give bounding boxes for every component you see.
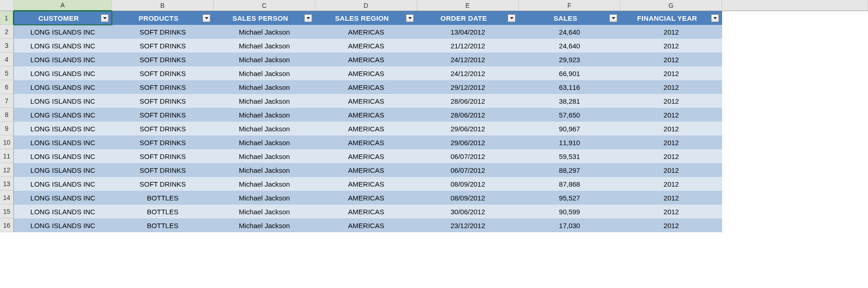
cell-financial_year[interactable]: 2012 bbox=[620, 53, 722, 66]
row-header-12[interactable]: 12 bbox=[0, 163, 14, 177]
cell-financial_year[interactable]: 2012 bbox=[620, 218, 722, 232]
select-all-corner[interactable] bbox=[0, 0, 14, 11]
cell-sales[interactable]: 66,901 bbox=[519, 66, 620, 80]
row-header-14[interactable]: 14 bbox=[0, 191, 14, 205]
cell-products[interactable]: SOFT DRINKS bbox=[112, 163, 214, 177]
cell-order_date[interactable]: 21/12/2012 bbox=[417, 39, 519, 53]
cell-customer[interactable]: LONG ISLANDS INC bbox=[14, 122, 112, 135]
cell-sales_region[interactable]: AMERICAS bbox=[315, 163, 417, 177]
cell-order_date[interactable]: 06/07/2012 bbox=[417, 163, 519, 177]
cell-sales[interactable]: 59,531 bbox=[519, 149, 620, 163]
cell-financial_year[interactable]: 2012 bbox=[620, 122, 722, 135]
cell-sales_person[interactable]: Michael Jackson bbox=[214, 177, 315, 191]
row-header-5[interactable]: 5 bbox=[0, 66, 14, 80]
cell-sales[interactable]: 17,030 bbox=[519, 218, 620, 232]
cell-order_date[interactable]: 24/12/2012 bbox=[417, 53, 519, 66]
cell-sales_person[interactable]: Michael Jackson bbox=[214, 80, 315, 94]
cell-customer[interactable]: LONG ISLANDS INC bbox=[14, 94, 112, 108]
row-header-15[interactable]: 15 bbox=[0, 205, 14, 218]
cell-sales_person[interactable]: Michael Jackson bbox=[214, 66, 315, 80]
cell-sales_region[interactable]: AMERICAS bbox=[315, 108, 417, 122]
cell-products[interactable]: SOFT DRINKS bbox=[112, 39, 214, 53]
cell-sales[interactable]: 87,868 bbox=[519, 177, 620, 191]
cell-sales_person[interactable]: Michael Jackson bbox=[214, 39, 315, 53]
cell-products[interactable]: BOTTLES bbox=[112, 205, 214, 218]
cell-customer[interactable]: LONG ISLANDS INC bbox=[14, 108, 112, 122]
cell-sales_person[interactable]: Michael Jackson bbox=[214, 218, 315, 232]
cell-sales_person[interactable]: Michael Jackson bbox=[214, 205, 315, 218]
cell-sales_region[interactable]: AMERICAS bbox=[315, 191, 417, 205]
row-header-7[interactable]: 7 bbox=[0, 94, 14, 108]
cell-sales_person[interactable]: Michael Jackson bbox=[214, 25, 315, 39]
filter-button-sales-region[interactable] bbox=[406, 14, 414, 22]
cell-sales[interactable]: 95,527 bbox=[519, 191, 620, 205]
cell-sales_region[interactable]: AMERICAS bbox=[315, 177, 417, 191]
cell-products[interactable]: SOFT DRINKS bbox=[112, 53, 214, 66]
header-cell-order-date[interactable]: ORDER DATE bbox=[417, 11, 519, 25]
cell-financial_year[interactable]: 2012 bbox=[620, 191, 722, 205]
cell-sales_person[interactable]: Michael Jackson bbox=[214, 94, 315, 108]
cell-financial_year[interactable]: 2012 bbox=[620, 80, 722, 94]
cell-products[interactable]: SOFT DRINKS bbox=[112, 108, 214, 122]
cell-financial_year[interactable]: 2012 bbox=[620, 149, 722, 163]
cell-sales_region[interactable]: AMERICAS bbox=[315, 94, 417, 108]
cell-customer[interactable]: LONG ISLANDS INC bbox=[14, 25, 112, 39]
cell-sales_region[interactable]: AMERICAS bbox=[315, 25, 417, 39]
cell-financial_year[interactable]: 2012 bbox=[620, 94, 722, 108]
cell-sales_person[interactable]: Michael Jackson bbox=[214, 163, 315, 177]
column-header-G[interactable]: G bbox=[620, 0, 722, 11]
column-header-E[interactable]: E bbox=[417, 0, 519, 11]
cell-sales[interactable]: 57,650 bbox=[519, 108, 620, 122]
filter-button-financial-year[interactable] bbox=[711, 14, 719, 22]
cell-sales_person[interactable]: Michael Jackson bbox=[214, 108, 315, 122]
row-header-8[interactable]: 8 bbox=[0, 108, 14, 122]
filter-button-customer[interactable] bbox=[101, 14, 109, 22]
spreadsheet-grid[interactable]: A B C D E F G 1 CUSTOMER PRODUCTS SALES … bbox=[0, 0, 868, 232]
cell-products[interactable]: SOFT DRINKS bbox=[112, 25, 214, 39]
cell-sales_region[interactable]: AMERICAS bbox=[315, 205, 417, 218]
cell-products[interactable]: SOFT DRINKS bbox=[112, 80, 214, 94]
cell-order_date[interactable]: 28/06/2012 bbox=[417, 108, 519, 122]
header-cell-products[interactable]: PRODUCTS bbox=[112, 11, 214, 25]
cell-sales[interactable]: 88,297 bbox=[519, 163, 620, 177]
row-header-3[interactable]: 3 bbox=[0, 39, 14, 53]
cell-sales[interactable]: 29,923 bbox=[519, 53, 620, 66]
column-header-A[interactable]: A bbox=[14, 0, 112, 11]
cell-sales[interactable]: 24,640 bbox=[519, 39, 620, 53]
cell-sales_region[interactable]: AMERICAS bbox=[315, 218, 417, 232]
column-header-D[interactable]: D bbox=[315, 0, 417, 11]
cell-sales_region[interactable]: AMERICAS bbox=[315, 149, 417, 163]
column-header-F[interactable]: F bbox=[519, 0, 620, 11]
cell-customer[interactable]: LONG ISLANDS INC bbox=[14, 205, 112, 218]
cell-order_date[interactable]: 29/06/2012 bbox=[417, 122, 519, 135]
cell-order_date[interactable]: 29/12/2012 bbox=[417, 80, 519, 94]
cell-financial_year[interactable]: 2012 bbox=[620, 163, 722, 177]
cell-sales_region[interactable]: AMERICAS bbox=[315, 80, 417, 94]
cell-order_date[interactable]: 06/07/2012 bbox=[417, 149, 519, 163]
row-header-2[interactable]: 2 bbox=[0, 25, 14, 39]
cell-sales[interactable]: 90,967 bbox=[519, 122, 620, 135]
cell-financial_year[interactable]: 2012 bbox=[620, 66, 722, 80]
cell-order_date[interactable]: 30/06/2012 bbox=[417, 205, 519, 218]
cell-products[interactable]: SOFT DRINKS bbox=[112, 177, 214, 191]
cell-customer[interactable]: LONG ISLANDS INC bbox=[14, 149, 112, 163]
cell-financial_year[interactable]: 2012 bbox=[620, 39, 722, 53]
cell-sales[interactable]: 63,116 bbox=[519, 80, 620, 94]
cell-sales[interactable]: 11,910 bbox=[519, 135, 620, 149]
filter-button-sales-person[interactable] bbox=[304, 14, 312, 22]
row-header-6[interactable]: 6 bbox=[0, 80, 14, 94]
row-header-13[interactable]: 13 bbox=[0, 177, 14, 191]
cell-sales[interactable]: 38,281 bbox=[519, 94, 620, 108]
row-header-1[interactable]: 1 bbox=[0, 11, 14, 25]
cell-sales[interactable]: 24,640 bbox=[519, 25, 620, 39]
cell-customer[interactable]: LONG ISLANDS INC bbox=[14, 135, 112, 149]
row-header-10[interactable]: 10 bbox=[0, 135, 14, 149]
cell-customer[interactable]: LONG ISLANDS INC bbox=[14, 80, 112, 94]
row-header-9[interactable]: 9 bbox=[0, 122, 14, 135]
header-cell-financial-year[interactable]: FINANCIAL YEAR bbox=[620, 11, 722, 25]
cell-financial_year[interactable]: 2012 bbox=[620, 135, 722, 149]
cell-order_date[interactable]: 13/04/2012 bbox=[417, 25, 519, 39]
cell-order_date[interactable]: 28/06/2012 bbox=[417, 94, 519, 108]
cell-products[interactable]: SOFT DRINKS bbox=[112, 94, 214, 108]
cell-sales_person[interactable]: Michael Jackson bbox=[214, 149, 315, 163]
